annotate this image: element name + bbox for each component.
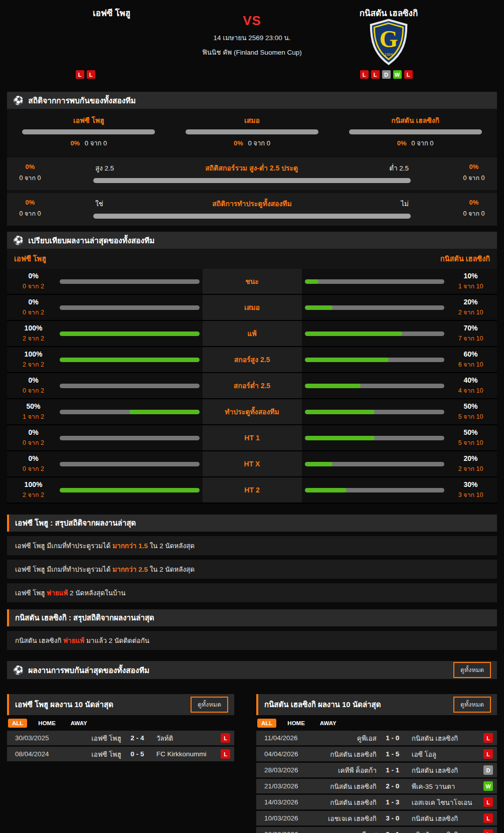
match-row[interactable]: 10/03/2026 เอชเจเค เฮลซิงกิ 3 - 0 กนิสตั… <box>256 811 497 825</box>
stat-right-pct: 0% <box>469 163 479 171</box>
compare-away-values: 20% 2 จาก 10 <box>444 454 497 474</box>
soccer-ball-icon: ⚽ <box>13 236 24 245</box>
compare-away-bar-fill <box>305 410 375 414</box>
meetings-view-all-button[interactable]: ดูทั้งหมด <box>453 662 491 678</box>
compare-home-bar <box>60 331 200 336</box>
stat-bar <box>93 214 411 219</box>
head-to-head-section: ⚽ สถิติจากการพบกันของทั้งสองทีม เอฟซี โพ… <box>7 92 497 226</box>
match-row[interactable]: 30/03/2025 เอฟซี โพฮู 2 - 4 วัลท์ติ L <box>7 731 234 745</box>
vs-label: VS <box>0 13 504 29</box>
h2h-column-values: 0% 0 จาก 0 <box>171 138 334 148</box>
match-row[interactable]: 04/04/2026 กนิสตัน เฮลซิงกิ 1 - 5 เอซี โ… <box>256 747 497 761</box>
compare-home-bar <box>60 410 200 414</box>
compare-stat-label: เสมอ <box>244 302 260 313</box>
h2h-column: กนิสตัน เฮลซิงกิ 0% 0 จาก 0 <box>333 113 497 148</box>
away-team-crest-icon: G 1924 <box>368 18 409 66</box>
filter-tab[interactable]: AWAY <box>67 719 91 728</box>
match-row[interactable]: 28/03/2026 เคทีพี ค็อตก้า 1 - 1 กนิสตัน … <box>256 763 497 777</box>
match-date: 08/03/2026 <box>260 830 319 833</box>
match-row[interactable]: 08/03/2026 เจเอพีเอส 2 - 1 กนิสตัน เฮลซิ… <box>256 827 497 833</box>
compare-home-bar <box>60 279 200 284</box>
form-badge: L <box>360 70 369 79</box>
compare-row: 0% 0 จาก 2 เสมอ 20% 2 จาก 10 <box>7 295 497 321</box>
h2h-column: เอฟซี โพฮู 0% 0 จาก 0 <box>7 113 171 148</box>
compare-away-bar-fill <box>305 279 319 284</box>
compare-away-bar <box>305 305 445 310</box>
soccer-ball-icon: ⚽ <box>13 96 24 105</box>
compare-home-values: 0% 0 จาก 2 <box>7 454 60 474</box>
h2h-columns: เอฟซี โพฮู 0% 0 จาก 0 เสมอ 0% 0 จาก 0 <box>7 109 497 154</box>
match-row[interactable]: 11/04/2026 คูพีเอส 1 - 0 กนิสตัน เฮลซิงก… <box>256 731 497 745</box>
match-score: 0 - 5 <box>121 750 153 758</box>
form-badge: L <box>76 70 84 79</box>
match-home-team: เอชเจเค เฮลซิงกิ <box>319 813 377 824</box>
away-table-view-all-button[interactable]: ดูทั้งหมด <box>453 697 491 713</box>
match-row[interactable]: 21/03/2026 กนิสตัน เฮลซิงกิ 2 - 0 พีเค-3… <box>256 779 497 793</box>
filter-tab[interactable]: HOME <box>34 719 60 728</box>
h2h-stat-row: 0% 0 จาก 0 ใช่ สถิติการทำประตูทั้งสองทีม… <box>7 193 497 226</box>
compare-away-bar <box>305 488 445 492</box>
compare-home-bar <box>60 305 200 310</box>
compare-home-values: 100% 2 จาก 2 <box>7 350 60 370</box>
compare-away-count: 5 จาก 10 <box>458 412 483 422</box>
filter-tab[interactable]: HOME <box>283 719 309 728</box>
stat-left-count: 0 จาก 0 <box>20 173 41 183</box>
filter-tab[interactable]: ALL <box>257 719 276 728</box>
compare-away-count: 5 จาก 10 <box>458 438 483 448</box>
compare-home-values: 50% 1 จาก 2 <box>7 402 60 422</box>
compare-home-bar <box>60 358 200 362</box>
filter-tab[interactable]: AWAY <box>316 719 341 728</box>
stat-right-values: 0% 0 จาก 0 <box>451 198 497 219</box>
h2h-pct: 0% <box>397 139 407 147</box>
match-away-team: วัลท์ติ <box>153 733 217 744</box>
match-row[interactable]: 14/03/2026 กนิสตัน เฮลซิงกิ 1 - 3 เอสเจเ… <box>256 795 497 809</box>
away-table-tabs: ALLHOMEAWAY <box>257 719 497 728</box>
compare-row: 100% 2 จาก 2 HT 2 30% 3 จาก 10 <box>7 477 497 504</box>
compare-stat-label: HT 2 <box>244 486 259 494</box>
home-table-tabs: ALLHOMEAWAY <box>8 719 234 728</box>
home-summary-section: เอฟซี โพฮู : สรุปสถิติจากผลงานล่าสุด เอฟ… <box>7 515 497 602</box>
match-row[interactable]: 08/04/2024 เอฟซี โพฮู 0 - 5 FC Kirkkonum… <box>7 747 234 761</box>
home-table-header: เอฟซี โพฮู ผลงาน 10 นัดล่าสุด ดูทั้งหมด <box>7 694 234 715</box>
h2h-column-bar <box>22 129 155 134</box>
away-table-title: กนิสตัน เฮลซิงกิ ผลงาน 10 นัดล่าสุด <box>264 699 381 711</box>
home-summary-title: เอฟซี โพฮู : สรุปสถิติจากผลงานล่าสุด <box>15 517 136 529</box>
compare-home-bar <box>60 462 200 466</box>
form-badge: L <box>371 70 380 79</box>
stat-right-label: ต่ำ 2.5 <box>389 162 409 174</box>
compare-stat-label: ชนะ <box>245 276 259 287</box>
home-form-badges: LL <box>0 70 171 79</box>
compare-home-bar-fill <box>60 488 200 492</box>
summary-highlight: มากกว่า 2.5 <box>112 566 148 573</box>
summary-highlight: มากกว่า 1.5 <box>112 542 148 550</box>
compare-away-values: 60% 6 จาก 10 <box>444 350 497 370</box>
match-date: 08/04/2024 <box>11 750 70 758</box>
result-badge: L <box>221 749 230 759</box>
summary-text: ใน 2 นัดหลังสุด <box>148 542 195 550</box>
compare-away-pct: 70% <box>463 324 477 332</box>
compare-away-count: 3 จาก 10 <box>458 490 483 500</box>
compare-away-count: 7 จาก 10 <box>458 334 483 344</box>
h2h-column-label: กนิสตัน เฮลซิงกิ <box>333 115 497 126</box>
home-table-view-all-button[interactable]: ดูทั้งหมด <box>191 697 228 713</box>
compare-away-pct: 10% <box>463 272 477 280</box>
compare-home-values: 0% 0 จาก 2 <box>7 428 60 448</box>
match-score: 3 - 0 <box>377 814 409 822</box>
match-home-team: เคทีพี ค็อตก้า <box>319 765 377 776</box>
stat-right-label: ไม่ <box>401 198 409 209</box>
compare-stat-label: สกอร์สูง 2.5 <box>234 354 270 365</box>
away-table-rows: 11/04/2026 คูพีเอส 1 - 0 กนิสตัน เฮลซิงก… <box>256 731 497 833</box>
match-away-team: กนิสตัน เฮลซิงกิ <box>409 733 480 744</box>
match-away-team: กนิสตัน เฮลซิงกิ <box>409 829 480 833</box>
h2h-stat-rows: 0% 0 จาก 0 สูง 2.5 สถิติสกอร์รวม สูง-ต่ำ… <box>7 157 497 226</box>
stat-left-values: 0% 0 จาก 0 <box>7 198 53 219</box>
compare-row: 0% 0 จาก 2 สกอร์ต่ำ 2.5 40% 4 จาก 10 <box>7 373 497 399</box>
compare-away-pct: 50% <box>463 428 477 436</box>
home-table-rows: 30/03/2025 เอฟซี โพฮู 2 - 4 วัลท์ติ L 08… <box>7 731 234 761</box>
filter-tab[interactable]: ALL <box>8 719 27 728</box>
compare-away-values: 50% 5 จาก 10 <box>444 402 497 422</box>
match-away-team: กนิสตัน เฮลซิงกิ <box>409 813 480 824</box>
match-away-team: FC Kirkkonummi <box>153 750 217 758</box>
result-badge: L <box>483 813 493 823</box>
compare-home-values: 100% 2 จาก 2 <box>7 324 60 344</box>
